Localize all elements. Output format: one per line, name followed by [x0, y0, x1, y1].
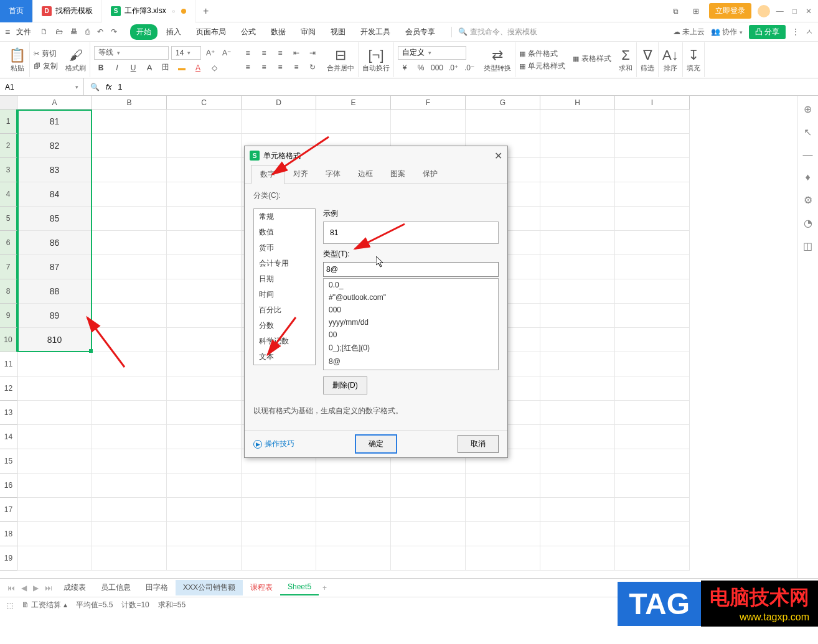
tablestyle-button[interactable]: ▦ 表格样式	[573, 54, 611, 64]
cell[interactable]	[167, 255, 242, 279]
cell[interactable]	[92, 207, 167, 231]
row-header[interactable]: 2	[0, 134, 17, 158]
coop-button[interactable]: 👥 协作 ▾	[711, 27, 743, 37]
tab-home[interactable]: 首页	[0, 0, 33, 22]
col-header[interactable]: F	[391, 96, 466, 110]
category-item[interactable]: 会计专用	[254, 256, 315, 271]
cell[interactable]	[466, 498, 540, 522]
cell[interactable]	[466, 522, 540, 546]
cell[interactable]	[242, 498, 316, 522]
cell[interactable]	[17, 352, 92, 376]
cell[interactable]	[316, 546, 391, 571]
cell[interactable]	[391, 474, 466, 498]
sp-backup-icon[interactable]: ◔	[804, 217, 812, 229]
cut-button[interactable]: ✂ 剪切	[34, 49, 58, 59]
save-icon[interactable]: 🖶	[68, 27, 80, 36]
cell[interactable]	[92, 474, 167, 498]
cell[interactable]	[17, 425, 92, 449]
cell[interactable]	[540, 328, 615, 352]
sheet-tab-2[interactable]: 田字格	[138, 580, 176, 595]
type-input[interactable]	[323, 262, 499, 277]
cell[interactable]	[615, 328, 690, 352]
category-item[interactable]: 特殊	[254, 365, 315, 365]
tips-link[interactable]: ▶操作技巧	[253, 439, 294, 449]
cell[interactable]	[615, 449, 690, 474]
row-header[interactable]: 12	[0, 376, 17, 401]
dialog-tab-0[interactable]: 数字	[251, 165, 284, 184]
cell[interactable]	[167, 352, 242, 376]
layout-icon[interactable]: ⧉	[669, 4, 683, 18]
indent-inc-icon[interactable]: ⇥	[306, 47, 319, 59]
sort-button[interactable]: A↓排序	[659, 42, 683, 77]
cell[interactable]	[540, 182, 615, 207]
cell[interactable]	[167, 182, 242, 207]
border-icon[interactable]: 田	[159, 62, 172, 74]
grow-font-icon[interactable]: A⁺	[204, 47, 217, 59]
apps-icon[interactable]: ⊞	[689, 4, 703, 18]
more-icon[interactable]: ⋮	[792, 27, 799, 36]
cell[interactable]	[92, 231, 167, 255]
cell[interactable]: 810	[17, 328, 92, 352]
dialog-tab-2[interactable]: 字体	[317, 165, 349, 184]
cellstyle-button[interactable]: ▦ 单元格样式	[519, 61, 565, 72]
cell[interactable]	[167, 546, 242, 571]
align-justify-icon[interactable]: ≡	[289, 61, 303, 73]
sp-select-icon[interactable]: ↖	[804, 126, 812, 138]
format-item[interactable]: yyyy/mm/dd	[324, 316, 498, 329]
col-header[interactable]: B	[92, 96, 167, 110]
align-bot-icon[interactable]: ≡	[273, 47, 287, 59]
font-combo[interactable]: 等线▾	[94, 46, 169, 60]
sheet-tab-0[interactable]: 成绩表	[56, 580, 93, 595]
row-header[interactable]: 17	[0, 498, 17, 522]
cell[interactable]	[615, 546, 690, 571]
cell[interactable]	[242, 110, 316, 134]
fx-icon[interactable]: fx	[106, 83, 111, 91]
row-header[interactable]: 5	[0, 207, 17, 231]
col-header[interactable]: H	[540, 96, 615, 110]
sheet-add[interactable]: +	[320, 584, 329, 592]
row-header[interactable]: 1	[0, 110, 17, 134]
redo-icon[interactable]: ↷	[109, 27, 119, 36]
fill-color-icon[interactable]: ▬	[175, 62, 189, 74]
cell[interactable]	[540, 401, 615, 425]
dialog-tab-3[interactable]: 边框	[349, 165, 382, 184]
percent-icon[interactable]: %	[414, 62, 428, 74]
cell[interactable]	[92, 328, 167, 352]
category-item[interactable]: 常规	[254, 209, 315, 225]
row-header[interactable]: 19	[0, 546, 17, 571]
row-header[interactable]: 13	[0, 401, 17, 425]
cell[interactable]: 81	[17, 110, 92, 134]
align-right-icon[interactable]: ≡	[273, 61, 287, 73]
menu-search[interactable]: 🔍 查找命令、搜索模板	[451, 27, 537, 37]
cell[interactable]	[316, 474, 391, 498]
cell[interactable]	[17, 401, 92, 425]
cell[interactable]	[92, 498, 167, 522]
dec-dec-icon[interactable]: .0⁻	[463, 62, 476, 74]
sp-settings-icon[interactable]: ⚙	[804, 194, 812, 206]
cell[interactable]	[540, 279, 615, 304]
italic-icon[interactable]: I	[110, 62, 124, 74]
cell[interactable]	[242, 522, 316, 546]
cell[interactable]	[391, 110, 466, 134]
fontsize-combo[interactable]: 14▾	[171, 46, 201, 60]
font-color-icon[interactable]: A	[191, 62, 205, 74]
strike-icon[interactable]: A̶	[143, 62, 156, 74]
cell[interactable]	[92, 255, 167, 279]
avatar-icon[interactable]	[758, 5, 770, 17]
cell[interactable]	[92, 182, 167, 207]
cell[interactable]	[167, 474, 242, 498]
cell[interactable]	[92, 376, 167, 401]
cell[interactable]	[615, 207, 690, 231]
row-header[interactable]: 16	[0, 474, 17, 498]
row-header[interactable]: 4	[0, 182, 17, 207]
zoom-icon[interactable]: 🔍	[90, 83, 100, 91]
col-header[interactable]: G	[466, 96, 540, 110]
align-left-icon[interactable]: ≡	[241, 61, 255, 73]
sheet-tab-5[interactable]: Sheet5	[280, 580, 319, 595]
menu-tab-7[interactable]: 开发工具	[354, 24, 397, 40]
cell[interactable]	[167, 134, 242, 158]
cloud-status[interactable]: ☁ 未上云	[673, 27, 705, 37]
cell[interactable]	[540, 522, 615, 546]
category-item[interactable]: 分数	[254, 318, 315, 334]
cell[interactable]	[17, 449, 92, 474]
